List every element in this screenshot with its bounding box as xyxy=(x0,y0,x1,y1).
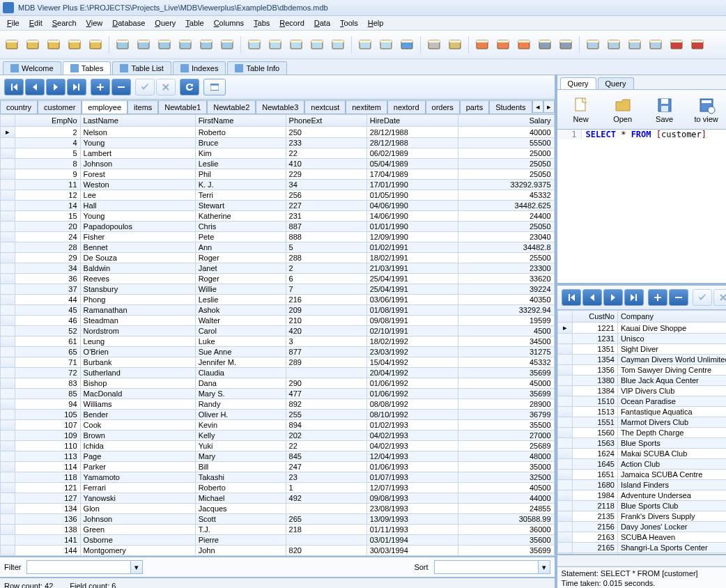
table-row[interactable]: 113PageMary84512/04/199348000 xyxy=(1,451,555,462)
table-row[interactable]: 1513Fantastique AquaticaZ32 999 #12A-77 … xyxy=(557,407,726,417)
print-button[interactable] xyxy=(536,36,554,54)
worktab-table-info[interactable]: Table Info xyxy=(227,61,287,75)
sql-button[interactable] xyxy=(446,36,464,54)
table-row[interactable]: 29De SouzaRoger28818/02/199125500 xyxy=(1,253,555,263)
table-edit-button[interactable] xyxy=(176,36,194,54)
table-row[interactable]: 28BennetAnn501/02/199134482.8 xyxy=(1,242,555,253)
cyl3-button[interactable] xyxy=(626,36,644,54)
query-save-button[interactable]: Save xyxy=(645,94,684,125)
table-row[interactable]: 2118Blue Sports Club63365 Nez Perce Stre… xyxy=(557,501,726,511)
cancel-button[interactable] xyxy=(156,79,176,95)
col-Company[interactable]: Company xyxy=(617,311,726,323)
table-tab-newtable2[interactable]: Newtable2 xyxy=(207,100,256,114)
table-button[interactable] xyxy=(114,36,132,54)
table-row[interactable]: 12LeeTerri25601/05/199045332 xyxy=(1,190,555,201)
table-row[interactable]: 83BishopDana29001/06/199245000 xyxy=(1,378,555,389)
menu-table[interactable]: Table xyxy=(181,17,208,29)
table-info-button[interactable] xyxy=(218,36,236,54)
col-HireDate[interactable]: HireDate xyxy=(366,115,458,127)
table-tab-items[interactable]: items xyxy=(128,100,158,114)
pdf-button[interactable] xyxy=(667,36,686,54)
chevron-down-icon[interactable]: ▾ xyxy=(130,561,142,573)
table-row[interactable]: 134GlonJacques23/08/199324855 xyxy=(1,504,555,514)
row-blob-button[interactable] xyxy=(398,36,416,54)
table-tab-employee[interactable]: employee xyxy=(82,100,128,114)
table-add-button[interactable] xyxy=(134,36,153,54)
table-row[interactable]: 5LambertKim2206/02/198925000 xyxy=(1,148,555,159)
tabscroll-left[interactable]: ◂ xyxy=(532,100,543,113)
delete-record-button[interactable] xyxy=(111,79,131,95)
save-button[interactable] xyxy=(45,36,63,54)
menu-view[interactable]: View xyxy=(82,17,107,29)
table-tab-nextcust[interactable]: nextcust xyxy=(304,100,346,114)
table-row[interactable]: 2165Shangri-La Sports CenterPO Box D-549… xyxy=(557,543,726,553)
table-tab-country[interactable]: country xyxy=(0,100,38,114)
nav-last-button[interactable] xyxy=(624,289,644,306)
settings-button[interactable] xyxy=(425,36,443,54)
open-db-button[interactable] xyxy=(3,36,21,54)
cancel-button[interactable] xyxy=(713,289,726,306)
table-tab-customer[interactable]: customer xyxy=(38,100,82,114)
query-new-button[interactable]: New xyxy=(562,94,601,125)
table-row[interactable]: 1645Action ClubPO Box 5451-F xyxy=(557,459,726,470)
table-row[interactable]: 44PhongLeslie21603/06/199140350 xyxy=(1,295,555,305)
table-row[interactable]: 118YamamotoTakashi2301/07/199332500 xyxy=(1,472,555,483)
add-record-button[interactable] xyxy=(648,289,667,306)
table-row[interactable]: 1384VIP Divers Club32 Main St. xyxy=(557,386,726,396)
cyl4-button[interactable] xyxy=(647,36,665,54)
table-row[interactable]: 1563Blue Sports203 12th Ave. Box 746 xyxy=(557,438,726,449)
table-row[interactable]: 45RamanathanAshok20901/08/199133292.94 xyxy=(1,305,555,316)
table-copy-button[interactable] xyxy=(197,36,215,54)
table-row[interactable]: 145GuckenheimerMark22102/05/199432000 xyxy=(1,556,555,557)
print2-button[interactable] xyxy=(557,36,575,54)
menu-tools[interactable]: Tools xyxy=(336,17,362,29)
sql-editor[interactable]: 1 SELECT * FROM [customer] xyxy=(557,130,726,286)
col-button[interactable] xyxy=(245,36,263,54)
nav-next-button[interactable] xyxy=(46,79,65,95)
db3-button[interactable] xyxy=(515,36,533,54)
worktab-table-list[interactable]: Table List xyxy=(112,61,171,75)
menu-database[interactable]: Database xyxy=(108,17,149,29)
table-row[interactable]: 37StansburyWillie725/04/199139224 xyxy=(1,284,555,295)
table-tab-parts[interactable]: parts xyxy=(460,100,489,114)
add-record-button[interactable] xyxy=(91,79,110,95)
table-row[interactable]: 138GreenT.J.21801/11/199336000 xyxy=(1,525,555,535)
col-del-button[interactable] xyxy=(287,36,305,54)
table-row[interactable]: 141OsbornePierre03/01/199435600 xyxy=(1,535,555,546)
sort-input[interactable] xyxy=(435,562,538,572)
table-row[interactable]: 1356Tom Sawyer Diving Centre632-1 Third … xyxy=(557,365,726,376)
table-row[interactable]: 1560The Depth Charge15243 Underwater Fwy… xyxy=(557,428,726,438)
post-button[interactable] xyxy=(693,289,712,306)
table-row[interactable]: 94WilliamsRandy89208/08/199228900 xyxy=(1,399,555,410)
power-button[interactable] xyxy=(688,36,706,54)
table-row[interactable]: 2135Frank's Divers Supply1455 North 44th… xyxy=(557,511,726,522)
table-row[interactable]: 109BrownKelly20204/02/199327000 xyxy=(1,431,555,441)
col-LastName[interactable]: LastName xyxy=(80,115,195,127)
table-row[interactable]: 1624Makai SCUBA ClubPO Box 8534 xyxy=(557,449,726,459)
open-recent-button[interactable] xyxy=(24,36,42,54)
table-row[interactable]: 1680Island Finders6133 1/3 Stone Avenue xyxy=(557,480,726,490)
table-row[interactable]: 9ForestPhil22917/04/198925050 xyxy=(1,169,555,180)
row-copy-button[interactable] xyxy=(356,36,374,54)
delete-record-button[interactable] xyxy=(669,289,688,306)
col-FirstName[interactable]: FirstName xyxy=(195,115,286,127)
nav-prev-button[interactable] xyxy=(582,289,602,306)
table-row[interactable]: 11WestonK. J.3417/01/199033292.9375 xyxy=(1,180,555,190)
table-tab-newtable3[interactable]: Newtable3 xyxy=(256,100,304,114)
table-row[interactable]: 4YoungBruce23328/12/198855500 xyxy=(1,138,555,148)
nav-prev-button[interactable] xyxy=(25,79,45,95)
table-row[interactable]: ▸1221Kauai Dive Shoppe4-976 Sugarloaf Hw… xyxy=(557,323,726,334)
horizontal-scrollbar[interactable] xyxy=(557,555,726,566)
cyl1-button[interactable] xyxy=(584,36,602,54)
menu-tabs[interactable]: Tabs xyxy=(249,17,274,29)
table-tab-nextord[interactable]: nextord xyxy=(387,100,426,114)
table-row[interactable]: 1354Cayman Divers World UnlimitedPO Box … xyxy=(557,355,726,365)
query-open-button[interactable]: Open xyxy=(603,94,642,125)
col-CustNo[interactable]: CustNo xyxy=(572,311,617,323)
nav-first-button[interactable] xyxy=(562,289,581,306)
nav-last-button[interactable] xyxy=(67,79,86,95)
table-row[interactable]: 8JohnsonLeslie41005/04/198925050 xyxy=(1,159,555,169)
col-edit-button[interactable] xyxy=(308,36,326,54)
chevron-down-icon[interactable]: ▾ xyxy=(538,561,550,573)
table-row[interactable]: ▸2NelsonRoberto25028/12/198840000 xyxy=(1,127,555,138)
